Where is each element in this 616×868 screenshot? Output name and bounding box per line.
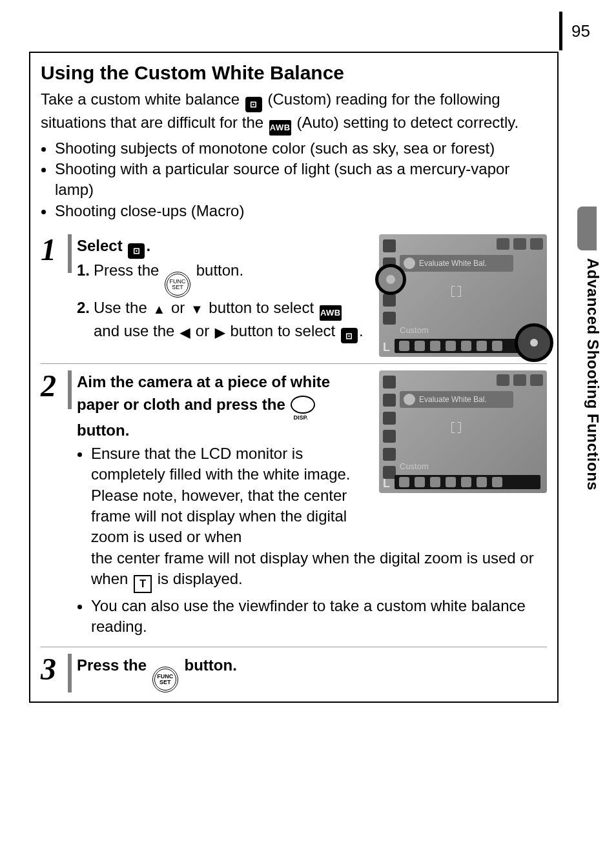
step-2-bullets-cont: the center frame will not display when t… <box>77 548 547 638</box>
thumb-title-row: Evaluate White Bal. <box>400 391 513 408</box>
step3-title-b: button. <box>185 656 237 674</box>
intro-c: (Auto) setting to detect correctly. <box>296 114 518 131</box>
page-number: 95 <box>571 21 590 41</box>
s1s2-e: or <box>196 322 214 339</box>
thumb-title: Evaluate White Bal. <box>419 395 487 404</box>
intro-text: Take a custom white balance ⊡ (Custom) r… <box>41 89 547 136</box>
thumb-frame-marks: ┌ ┐ └ ┘ <box>449 281 464 301</box>
step-2-bullet-1-part: Ensure that the LCD monitor is completel… <box>91 443 370 548</box>
step-2-title: Aim the camera at a piece of white paper… <box>77 370 370 441</box>
s1s2-b: or <box>171 299 189 316</box>
side-tab: Advanced Shooting Functions <box>559 207 603 529</box>
disp-button-icon: DISP. <box>291 396 314 419</box>
step-1-screenshot: Evaluate White Bal. ┌ ┐ └ ┘ Custom L <box>379 234 547 357</box>
step3-title-a: Press the <box>77 656 151 674</box>
thumb-L-mark: L <box>383 477 390 490</box>
section-heading: Using the Custom White Balance <box>41 62 547 84</box>
thumb-L-mark: L <box>383 341 390 354</box>
disp-label: DISP. <box>293 414 307 421</box>
thumb-highlight-right <box>515 323 553 362</box>
s1s2-f: button to select <box>230 322 339 339</box>
step-2-bullet-1-cont: the center frame will not display when t… <box>77 548 547 593</box>
down-arrow-icon: ▼ <box>190 301 203 318</box>
step-1-sub-2: 2. Use the ▲ or ▼ button to select AWB a… <box>77 298 370 344</box>
thumb-caption: Custom <box>400 461 429 471</box>
step-1: 1 Select ⊡. 1. Press the FUNC <box>41 228 547 364</box>
step-2-screenshot: Evaluate White Bal. ┌ ┐ └ ┘ Custom L <box>379 370 547 493</box>
func-set-button-icon: FUNC SET <box>152 667 178 692</box>
thumb-top-right-icons <box>497 238 543 250</box>
s2b1-b: is displayed. <box>158 570 243 587</box>
thumb-left-icons <box>383 376 396 488</box>
step-1-number: 1 <box>41 234 72 273</box>
func-set-button-icon: FUNC SET <box>165 272 190 298</box>
step-1-title: Select ⊡. <box>77 234 370 259</box>
intro-bullets: Shooting subjects of monotone color (suc… <box>41 138 547 222</box>
thumb-mode-icon <box>404 257 415 269</box>
side-tab-label: Advanced Shooting Functions <box>584 258 602 490</box>
thumb-title-row: Evaluate White Bal. <box>400 255 513 272</box>
funcset-bottom: SET <box>172 285 183 290</box>
s1s2-c: button to select <box>209 299 318 316</box>
left-arrow-icon: ◀ <box>180 324 190 341</box>
page-number-area: 95 <box>559 12 590 50</box>
side-tab-handle <box>577 207 597 250</box>
thumb-top-right-icons <box>497 374 543 386</box>
step-2-bullet-2: You can also use the viewfinder to take … <box>91 596 547 638</box>
step-2-bullets: Ensure that the LCD monitor is completel… <box>77 443 370 548</box>
intro-bullet: Shooting close-ups (Macro) <box>55 201 547 221</box>
page-number-bar <box>559 12 562 50</box>
up-arrow-icon: ▲ <box>152 301 165 318</box>
s1s2-g: . <box>359 322 364 339</box>
step2-title-b: button. <box>77 421 129 439</box>
step-1-sub-1: 1. Press the FUNC SET button. <box>77 260 370 298</box>
s1s2-a: Use the <box>94 299 151 316</box>
step-1-title-a: Select <box>77 237 127 254</box>
custom-wb-icon: ⊡ <box>341 328 358 343</box>
step1-sub1-post: button. <box>196 261 243 279</box>
step-1-substeps: 1. Press the FUNC SET button. <box>77 260 370 344</box>
custom-wb-icon: ⊡ <box>128 243 145 259</box>
intro-bullet: Shooting subjects of monotone color (suc… <box>55 138 547 159</box>
thumb-title: Evaluate White Bal. <box>419 259 487 268</box>
thumb-left-icons <box>383 239 396 352</box>
step-3-title: Press the FUNC SET button. <box>77 654 547 692</box>
step1-sub1-pre: Press the <box>94 261 163 279</box>
step-2: 2 Aim the camera at a piece of white pap… <box>41 364 547 647</box>
thumb-caption: Custom <box>400 325 429 335</box>
step-3-number: 3 <box>41 654 72 692</box>
thumb-frame-marks: ┌ ┐ └ ┘ <box>449 417 464 438</box>
intro-a: Take a custom white balance <box>41 90 244 108</box>
step-2-number: 2 <box>41 370 72 409</box>
thumb-bottom-row <box>395 475 540 489</box>
step-3: 3 Press the FUNC SET button. <box>41 647 547 694</box>
T-icon: T <box>134 575 152 593</box>
s1s2-d: and use the <box>94 322 179 339</box>
step-1-title-b: . <box>146 237 150 254</box>
intro-bullet: Shooting with a particular source of lig… <box>55 159 547 201</box>
custom-wb-icon: ⊡ <box>245 97 262 112</box>
thumb-mode-icon <box>404 394 415 405</box>
awb-icon: AWB <box>269 120 291 136</box>
right-arrow-icon: ▶ <box>215 324 225 341</box>
awb-icon: AWB <box>320 305 342 321</box>
s2b1-a: Ensure that the LCD monitor is completel… <box>91 445 351 546</box>
content-box: Using the Custom White Balance Take a cu… <box>29 52 559 703</box>
funcset-bottom: SET <box>159 680 171 685</box>
thumb-highlight-left <box>375 264 406 295</box>
